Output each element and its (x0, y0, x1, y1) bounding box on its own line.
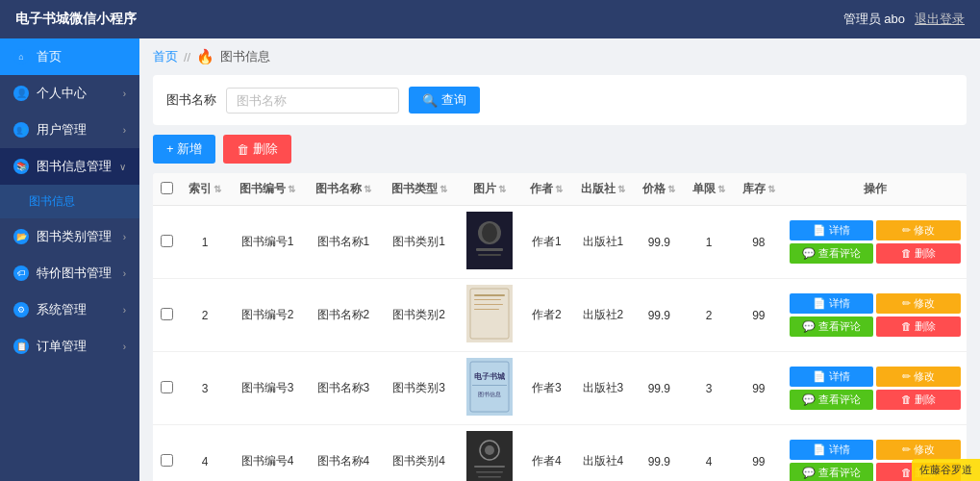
row-publisher: 出版社2 (571, 279, 634, 352)
row-stock: 99 (734, 425, 784, 482)
row-checkbox[interactable] (161, 381, 173, 393)
search-bar: 图书名称 🔍 查询 (153, 75, 967, 125)
svg-rect-20 (476, 471, 503, 473)
main-layout: ⌂ 首页 👤 个人中心 › 👥 用户管理 › 📚 图书信息管理 ∨ 图书信息 📂… (0, 38, 980, 481)
row-limit: 4 (684, 425, 734, 482)
sidebar-item-order-mgmt[interactable]: 📋 订单管理 › (0, 328, 139, 365)
sidebar-item-system-mgmt[interactable]: ⚙ 系统管理 › (0, 291, 139, 328)
row-author: 作者2 (522, 279, 572, 352)
edit-icon: ✏ (902, 224, 911, 236)
edit-button[interactable]: ✏ 修改 (876, 367, 961, 387)
sidebar-sub-item-book-info-label: 图书信息 (29, 194, 75, 208)
col-book-type: 图书类型⇅ (381, 173, 457, 206)
row-checkbox[interactable] (161, 235, 173, 247)
category-icon: 📂 (13, 229, 29, 244)
row-actions-cell: 📄 详情 ✏ 修改 💬 查看评论 🗑 删除 (784, 206, 967, 279)
trash-icon: 🗑 (901, 320, 912, 332)
row-publisher: 出版社4 (571, 425, 634, 482)
sidebar-sub-item-book-info[interactable]: 图书信息 (0, 185, 139, 218)
edit-icon: ✏ (902, 297, 911, 309)
detail-button[interactable]: 📄 详情 (790, 293, 874, 314)
comment-button[interactable]: 💬 查看评论 (790, 316, 874, 337)
sidebar-item-order-mgmt-label: 订单管理 (37, 338, 87, 355)
row-price: 99.9 (635, 279, 685, 352)
row-index: 1 (180, 206, 230, 279)
breadcrumb: 首页 // 🔥 图书信息 (153, 48, 967, 65)
setting-icon: ⚙ (13, 302, 29, 317)
sidebar-item-system-mgmt-label: 系统管理 (37, 301, 87, 318)
edit-button[interactable]: ✏ 修改 (876, 220, 961, 240)
sidebar-item-user-mgmt[interactable]: 👥 用户管理 › (0, 112, 139, 148)
sidebar-item-special-book-mgmt[interactable]: 🏷 特价图书管理 › (0, 255, 139, 291)
sidebar-item-special-book-mgmt-label: 特价图书管理 (37, 265, 112, 282)
row-select-cell (153, 206, 180, 279)
row-checkbox[interactable] (161, 308, 173, 320)
row-delete-button[interactable]: 🗑 删除 (876, 390, 961, 410)
row-book-name: 图书名称4 (306, 425, 382, 482)
comment-button[interactable]: 💬 查看评论 (790, 390, 874, 410)
row-book-image (457, 206, 521, 279)
row-stock: 99 (734, 352, 784, 425)
sidebar-item-book-cat-mgmt[interactable]: 📂 图书类别管理 › (0, 218, 139, 255)
batch-delete-button[interactable]: 🗑 删除 (223, 135, 291, 164)
search-icon: 🔍 (422, 93, 438, 108)
row-checkbox[interactable] (161, 454, 173, 467)
svg-rect-19 (474, 466, 505, 468)
row-author: 作者1 (522, 206, 572, 279)
svg-text:电子书城: 电子书城 (474, 372, 506, 381)
trash-icon: 🗑 (901, 247, 912, 259)
sidebar-item-personal[interactable]: 👤 个人中心 › (0, 75, 139, 112)
search-input[interactable] (226, 88, 399, 114)
select-all-checkbox[interactable] (161, 182, 173, 194)
row-delete-button[interactable]: 🗑 删除 (876, 316, 961, 337)
svg-rect-3 (476, 248, 503, 251)
chevron-right-icon-3: › (123, 232, 126, 242)
svg-rect-16 (466, 431, 513, 481)
sidebar-item-book-info-mgmt-label: 图书信息管理 (37, 158, 112, 175)
row-select-cell (153, 279, 180, 352)
row-book-no: 图书编号3 (230, 352, 306, 425)
action-bar: + 新增 🗑 删除 (153, 135, 967, 164)
row-price: 99.9 (635, 425, 685, 482)
col-price: 价格⇅ (635, 173, 685, 206)
sidebar-item-home-label: 首页 (37, 48, 62, 65)
search-button[interactable]: 🔍 查询 (409, 87, 480, 114)
edit-icon: ✏ (902, 443, 911, 455)
detail-button[interactable]: 📄 详情 (790, 367, 874, 387)
col-book-name: 图书名称⇅ (306, 173, 382, 206)
logout-button[interactable]: 退出登录 (915, 11, 965, 28)
add-button[interactable]: + 新增 (153, 135, 215, 164)
row-book-no: 图书编号2 (230, 279, 306, 352)
row-author: 作者3 (522, 352, 572, 425)
sidebar-item-book-info-mgmt[interactable]: 📚 图书信息管理 ∨ (0, 148, 139, 185)
sidebar-item-home[interactable]: ⌂ 首页 (0, 38, 139, 75)
sidebar-item-personal-label: 个人中心 (37, 85, 87, 102)
app-title: 电子书城微信小程序 (15, 11, 137, 28)
batch-delete-label: 删除 (253, 140, 278, 158)
row-select-cell (153, 352, 180, 425)
chevron-right-icon-5: › (123, 305, 126, 316)
detail-button[interactable]: 📄 详情 (790, 440, 874, 460)
svg-rect-5 (466, 285, 513, 342)
table-row: 2 图书编号2 图书名称2 图书类别2 作者2 出版社2 99.9 2 99 📄… (153, 279, 967, 352)
tag-icon: 🏷 (13, 266, 29, 281)
order-icon: 📋 (13, 339, 29, 354)
comment-button[interactable]: 💬 查看评论 (790, 463, 874, 481)
row-index: 4 (180, 425, 230, 482)
comment-button[interactable]: 💬 查看评论 (790, 243, 874, 264)
edit-button[interactable]: ✏ 修改 (876, 293, 961, 314)
breadcrumb-home[interactable]: 首页 (153, 48, 178, 65)
svg-rect-4 (478, 254, 501, 256)
row-book-no: 图书编号4 (230, 425, 306, 482)
detail-button[interactable]: 📄 详情 (790, 220, 874, 240)
row-delete-button[interactable]: 🗑 删除 (876, 243, 961, 264)
row-book-no: 图书编号1 (230, 206, 306, 279)
edit-button[interactable]: ✏ 修改 (876, 440, 961, 460)
breadcrumb-current: 图书信息 (220, 48, 270, 65)
svg-point-18 (485, 445, 494, 455)
comment-icon: 💬 (802, 467, 816, 478)
row-actions-cell: 📄 详情 ✏ 修改 💬 查看评论 🗑 删除 (784, 279, 967, 352)
delete-icon: 🗑 (237, 142, 249, 157)
row-book-image (457, 425, 521, 482)
row-limit: 2 (684, 279, 734, 352)
